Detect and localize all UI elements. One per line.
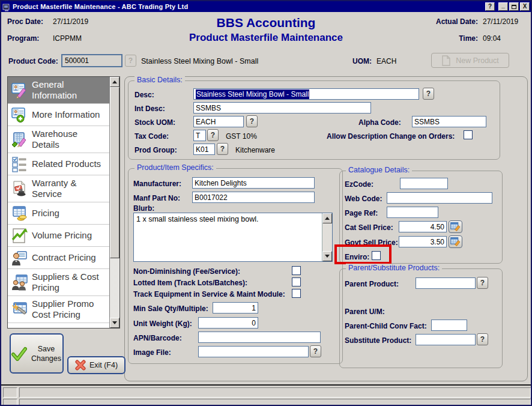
header-right: Actual Date: 27/11/2019 Time: 09:04 <box>436 17 524 51</box>
sidebar-item-label: General Information <box>32 79 107 101</box>
sidebar-item-supplier-promo-cost-pricing[interactable]: Supplier Promo Cost Pricing <box>8 296 109 323</box>
govt-sell-price-edit-button[interactable] <box>449 235 462 248</box>
app-window: Product Masterfile Maintenance - ABC Tra… <box>0 0 532 406</box>
min-sale-input[interactable] <box>213 302 258 314</box>
ezcode-input[interactable] <box>400 178 448 189</box>
image-file-lookup-button[interactable]: ? <box>310 345 321 357</box>
price-edit-icon <box>450 237 461 246</box>
cat-sell-price-input[interactable] <box>399 221 447 232</box>
scroll-down-icon <box>112 321 117 324</box>
app-icon[interactable] <box>2 3 11 11</box>
stock-uom-lookup-button[interactable]: ? <box>246 115 258 127</box>
web-code-input[interactable] <box>387 192 492 204</box>
scroll-up-button[interactable] <box>110 77 119 87</box>
allow-desc-change-checkbox[interactable] <box>464 130 473 139</box>
ezcode-label: EzCode: <box>345 180 373 189</box>
enviro-checkbox[interactable] <box>372 251 381 260</box>
parent-product-lookup-button[interactable]: ? <box>477 277 488 289</box>
close-button[interactable]: X <box>520 2 530 11</box>
card-edit-icon <box>11 82 29 98</box>
exit-button[interactable]: Exit (F4) <box>67 356 125 374</box>
sidebar-item-pricing[interactable]: Pricing <box>8 202 109 225</box>
tax-code-input[interactable] <box>193 130 206 141</box>
scrollbar-track[interactable] <box>110 258 119 318</box>
warehouse-edit-icon <box>11 131 29 148</box>
product-code-lookup-button[interactable]: ? <box>125 55 136 67</box>
prod-group-lookup-button[interactable]: ? <box>217 143 228 155</box>
unit-weight-input[interactable] <box>198 317 258 329</box>
status-message-top <box>19 387 531 398</box>
page-ref-input[interactable] <box>387 207 438 218</box>
minimize-button[interactable]: _ <box>498 2 508 11</box>
sidebar-item-contract-pricing[interactable]: Contract Pricing <box>8 247 109 269</box>
manufacturer-input[interactable] <box>192 177 315 189</box>
image-file-input[interactable] <box>198 346 309 357</box>
desc-label: Desc: <box>135 91 154 99</box>
stamp-doc-icon <box>11 180 29 197</box>
new-product-button[interactable]: New Product <box>431 53 509 68</box>
uom-value: EACH <box>376 57 396 65</box>
sidebar-item-related-products[interactable]: Related Products <box>8 153 109 175</box>
basic-details-group: Basic Details: Desc: Stainless Steel Mix… <box>128 80 500 160</box>
non-diminishing-label: Non-Diminishing (Fee/Service): <box>133 267 240 276</box>
stock-uom-input[interactable] <box>193 116 244 127</box>
govt-sell-price-input[interactable] <box>399 236 447 247</box>
status-bar-bottom <box>3 399 531 405</box>
basic-details-title: Basic Details: <box>135 76 185 84</box>
sidebar-item-volume-pricing[interactable]: Volume Pricing <box>8 225 109 247</box>
allow-desc-change-label: Allow Description Change on Orders: <box>327 132 455 141</box>
maximize-button[interactable] <box>509 2 519 11</box>
desc-input[interactable]: Stainless Steel Mixing Bowl - Small <box>193 88 419 100</box>
parent-substitute-title: Parent/Substitute Products: <box>346 264 442 272</box>
sidebar-item-label: Related Products <box>32 159 101 169</box>
sidebar-item-warranty-service[interactable]: Warranty & Service <box>8 175 109 202</box>
page-ref-label: Page Ref: <box>345 209 378 217</box>
sidebar-scrollbar[interactable] <box>109 77 119 328</box>
sidebar-item-label: Warehouse Details <box>32 129 107 150</box>
scroll-down-button[interactable] <box>110 318 119 328</box>
cat-sell-price-edit-button[interactable] <box>449 220 462 233</box>
sidebar-item-warehouse-details[interactable]: Warehouse Details <box>8 126 109 153</box>
int-desc-input[interactable] <box>193 102 371 114</box>
blurb-scroll-down-button[interactable] <box>322 251 332 261</box>
track-equipment-checkbox[interactable] <box>292 289 301 298</box>
sidebar-list: General Information More Information War… <box>8 77 109 328</box>
apn-barcode-input[interactable] <box>198 332 321 343</box>
blurb-textarea[interactable]: 1 x small stainless steel mixing bowl. <box>133 213 333 262</box>
title-bar[interactable]: Product Masterfile Maintenance - ABC Tra… <box>1 1 531 12</box>
sidebar-item-label: Pricing <box>32 208 59 219</box>
conv-fact-input[interactable] <box>431 320 467 331</box>
blurb-text: 1 x small stainless steel mixing bowl. <box>134 213 322 261</box>
exit-label: Exit (F4) <box>89 361 118 369</box>
sheet-wand-icon <box>11 301 29 318</box>
desc-lookup-button[interactable]: ? <box>423 88 434 100</box>
manf-part-input[interactable] <box>192 192 315 203</box>
product-code-input[interactable] <box>61 54 122 67</box>
alpha-code-label: Alpha Code: <box>358 118 401 127</box>
save-changes-button[interactable]: Save Changes <box>10 333 64 374</box>
blurb-scroll-up-button[interactable] <box>322 213 332 223</box>
lotted-item-checkbox[interactable] <box>292 277 301 286</box>
actual-date-label: Actual Date: <box>436 17 478 26</box>
scrollbar-thumb[interactable] <box>110 87 119 258</box>
apn-barcode-label: APN/Barcode: <box>133 334 182 342</box>
help-button[interactable]: ? <box>485 2 495 11</box>
web-code-label: Web Code: <box>345 195 382 203</box>
tax-code-lookup-button[interactable]: ? <box>207 129 219 141</box>
blurb-scrollbar[interactable] <box>322 213 332 261</box>
prod-group-input[interactable] <box>193 144 215 155</box>
alpha-code-input[interactable] <box>412 116 486 127</box>
parent-product-input[interactable] <box>416 277 476 289</box>
blurb-label: Blurb: <box>133 204 154 213</box>
substitute-product-lookup-button[interactable]: ? <box>477 333 488 345</box>
sidebar-item-suppliers-cost-pricing[interactable]: Suppliers & Cost Pricing <box>8 269 109 296</box>
int-desc-label: Int Desc: <box>135 105 165 113</box>
blurb-scroll-track[interactable] <box>322 223 332 251</box>
sidebar-item-more-information[interactable]: More Information <box>8 104 109 126</box>
status-message-bottom <box>19 399 531 405</box>
non-diminishing-checkbox[interactable] <box>292 266 301 275</box>
checklist-icon <box>11 156 29 172</box>
sidebar-item-label: Warranty & Service <box>32 178 107 199</box>
sidebar-item-general-information[interactable]: General Information <box>8 77 109 104</box>
substitute-product-input[interactable] <box>416 334 476 345</box>
